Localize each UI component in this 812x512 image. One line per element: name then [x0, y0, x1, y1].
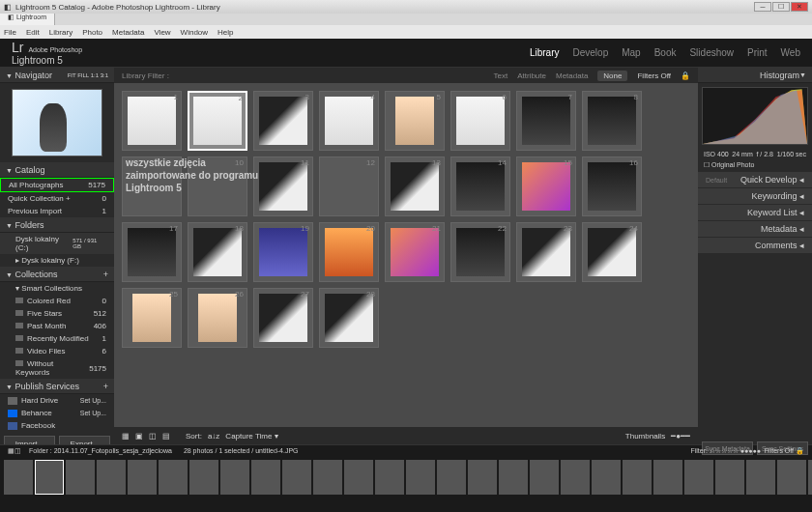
filmstrip-thumb[interactable]	[220, 460, 249, 495]
filters-off[interactable]: Filters Off	[637, 71, 671, 80]
filmstrip-thumb[interactable]	[66, 460, 95, 495]
menu-window[interactable]: Window	[181, 28, 208, 37]
grid-cell[interactable]: 14	[450, 156, 510, 216]
collection-item[interactable]: Five Stars512	[0, 307, 114, 320]
grid-cell[interactable]: 25	[122, 288, 182, 348]
filter-none[interactable]: None	[597, 71, 627, 81]
grid-cell[interactable]: 18	[188, 222, 247, 282]
filmstrip-thumb[interactable]	[561, 460, 590, 495]
histogram-display[interactable]	[702, 87, 808, 145]
collection-item[interactable]: Without Keywords5175	[0, 357, 114, 379]
filmstrip-thumb[interactable]	[35, 460, 64, 495]
filmstrip-thumb[interactable]	[159, 460, 188, 495]
quick-develop-section[interactable]: DefaultQuick Develop ◂	[698, 172, 812, 187]
filmstrip-thumb[interactable]	[653, 460, 682, 495]
filmstrip-thumb[interactable]	[715, 460, 744, 495]
histogram-header[interactable]: Histogram ▼	[698, 68, 812, 83]
grid-cell[interactable]: 4	[319, 91, 379, 151]
module-print[interactable]: Print	[747, 47, 768, 58]
publish-facebook[interactable]: Facebook	[0, 419, 114, 432]
catalog-previous-import[interactable]: Previous Import1	[0, 205, 114, 217]
filter-text[interactable]: Text	[494, 71, 508, 80]
grid-cell[interactable]: 21	[385, 222, 445, 282]
filmstrip-thumb[interactable]	[592, 460, 621, 495]
menu-metadata[interactable]: Metadata	[112, 28, 144, 37]
grid-cell[interactable]: 27	[253, 288, 313, 348]
loupe-view-icon[interactable]: ▣	[135, 432, 143, 441]
filmstrip-thumb[interactable]	[746, 460, 775, 495]
grid-cell[interactable]: 24	[582, 222, 642, 282]
folders-header[interactable]: ▼ Folders	[0, 217, 114, 233]
grid-cell[interactable]: 11	[253, 156, 313, 216]
keyword-list-section[interactable]: Keyword List ◂	[698, 205, 812, 220]
grid-cell[interactable]: 16	[582, 156, 642, 216]
collection-item[interactable]: Recently Modified1	[0, 332, 114, 345]
grid-cell[interactable]: 3	[253, 91, 313, 151]
filmstrip-thumb[interactable]	[684, 460, 713, 495]
grid-cell[interactable]: 12	[319, 156, 379, 216]
sort-dropdown[interactable]: Capture Time ▾	[225, 432, 277, 441]
module-library[interactable]: Library	[530, 47, 560, 58]
menu-help[interactable]: Help	[218, 28, 233, 37]
filmstrip-thumb[interactable]	[623, 460, 652, 495]
publish-behance[interactable]: BehanceSet Up...	[0, 407, 114, 419]
grid-cell[interactable]: 1	[122, 91, 182, 151]
filmstrip-thumb[interactable]	[499, 460, 528, 495]
comments-section[interactable]: Comments ◂	[698, 238, 812, 253]
module-slideshow[interactable]: Slideshow	[689, 47, 734, 58]
minimize-button[interactable]: ─	[754, 2, 771, 12]
publish-header[interactable]: ▼ Publish Services+	[0, 379, 114, 394]
collection-item[interactable]: Past Month406	[0, 320, 114, 332]
grid-cell[interactable]: 17	[122, 222, 182, 282]
module-map[interactable]: Map	[622, 47, 640, 58]
grid-cell[interactable]: 2	[188, 91, 247, 151]
filmstrip-thumb[interactable]	[468, 460, 497, 495]
close-button[interactable]: ✕	[791, 2, 808, 12]
navigator-preview[interactable]	[12, 89, 102, 156]
thumbnail-size-slider[interactable]: ━●━━	[671, 432, 690, 441]
grid-cell[interactable]: 19	[253, 222, 313, 282]
lock-icon[interactable]: 🔒	[681, 71, 690, 80]
tab[interactable]: ◧ Lightroom	[0, 14, 55, 25]
grid-view-icon[interactable]: ▦	[122, 432, 130, 441]
compare-view-icon[interactable]: ◫	[149, 432, 157, 441]
filmstrip-thumb[interactable]	[375, 460, 404, 495]
filmstrip-thumb[interactable]	[313, 460, 342, 495]
filter-attribute[interactable]: Attribute	[517, 71, 546, 80]
grid-cell[interactable]: 20	[319, 222, 379, 282]
collections-header[interactable]: ▼ Collections+	[0, 267, 114, 282]
grid-cell[interactable]: 22	[450, 222, 510, 282]
grid-cell[interactable]: 28	[319, 288, 379, 348]
collection-item[interactable]: Video Files6	[0, 345, 114, 357]
menu-edit[interactable]: Edit	[26, 28, 40, 37]
menu-view[interactable]: View	[154, 28, 170, 37]
menu-photo[interactable]: Photo	[82, 28, 102, 37]
module-develop[interactable]: Develop	[573, 47, 609, 58]
grid-toggle-icon[interactable]: ▦◫	[8, 447, 21, 455]
filmstrip-thumb[interactable]	[777, 460, 806, 495]
filmstrip-thumb[interactable]	[530, 460, 559, 495]
survey-view-icon[interactable]: ▤	[162, 432, 170, 441]
filter-metadata[interactable]: Metadata	[556, 71, 588, 80]
keywording-section[interactable]: Keywording ◂	[698, 188, 812, 204]
filmstrip-thumb[interactable]	[251, 460, 280, 495]
filmstrip-thumb[interactable]	[406, 460, 435, 495]
filmstrip-thumb[interactable]	[808, 460, 812, 495]
catalog-all-photographs[interactable]: All Photographs5175	[0, 178, 114, 192]
status-path[interactable]: Folder : 2014.11.07_Fotopolis_sesja_zdje…	[29, 447, 172, 454]
export-button[interactable]: Export...	[59, 436, 110, 444]
grid-cell[interactable]: 15	[516, 156, 576, 216]
folder-item[interactable]: ▸ Dysk lokalny (F:)	[0, 254, 114, 267]
grid-cell[interactable]: 13	[385, 156, 445, 216]
metadata-section[interactable]: Metadata ◂	[698, 221, 812, 237]
module-book[interactable]: Book	[654, 47, 677, 58]
collection-smart[interactable]: ▾ Smart Collections	[0, 282, 114, 295]
catalog-header[interactable]: ▼ Catalog	[0, 162, 114, 178]
menu-file[interactable]: File	[4, 28, 16, 37]
import-button[interactable]: Import...	[4, 436, 55, 444]
grid-cell[interactable]: 8	[582, 91, 642, 151]
grid-cell[interactable]: 6	[450, 91, 510, 151]
filmstrip-thumb[interactable]	[437, 460, 466, 495]
filmstrip-thumb[interactable]	[97, 460, 126, 495]
volume-header[interactable]: Dysk lokalny (C:)571 / 931 GB	[0, 233, 114, 254]
